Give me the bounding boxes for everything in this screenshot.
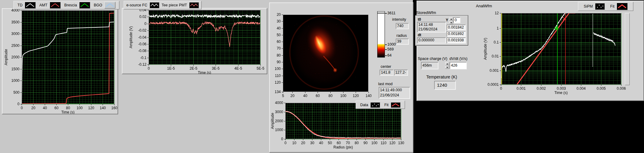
- dvdt-increment-icon[interactable]: [445, 62, 449, 65]
- y-array-label: Y: [446, 18, 448, 22]
- legend-label-fit: Fit: [384, 103, 389, 107]
- analwfm-right-strip: [625, 13, 630, 85]
- y-index-spinner[interactable]: 0: [449, 17, 460, 24]
- t0-label: t0: [418, 17, 421, 22]
- temperature-label: Temperature (K): [426, 75, 457, 79]
- dt-value: 0.000000: [417, 37, 446, 43]
- t0-value: 14:11:48 21/06/2024: [417, 22, 446, 32]
- wfm-array-value-1: 0.001892: [447, 31, 466, 37]
- last-mod-value: 14:11:49.000 21/06/2024: [379, 87, 410, 99]
- intensity-label: intensity: [392, 17, 406, 22]
- wfm-array-value-2: 0.001938: [447, 37, 466, 43]
- sipm-trace-icon[interactable]: [595, 3, 605, 10]
- wfm-array-value-0: 0.001842: [447, 25, 466, 30]
- amt-trace-icon[interactable]: [50, 2, 61, 9]
- colorbar-label-569: 569: [387, 47, 394, 51]
- anal-fit-trace-icon[interactable]: [617, 3, 628, 10]
- dvdt-spinner[interactable]: [445, 62, 449, 69]
- colorbar-max-label: 3611: [387, 11, 396, 15]
- legend-label-bgo: BGO: [94, 3, 102, 7]
- t0-time: 14:11:48: [418, 23, 433, 27]
- last-mod-date: 21/06/2024: [380, 93, 399, 97]
- legend-item-tee-piece-pmt[interactable]: Tee piece PMT: [162, 2, 199, 8]
- dvdt-decrement-icon[interactable]: [445, 65, 449, 69]
- legend-item-fit[interactable]: Fit: [384, 102, 400, 108]
- space-charge-value: 456m: [421, 62, 438, 69]
- legend-item-brescia[interactable]: Brescia: [64, 2, 90, 9]
- fit-trace-icon[interactable]: [391, 102, 400, 108]
- colorbar-label-1000: 1000: [387, 42, 396, 47]
- legend-item-td[interactable]: TD: [17, 2, 36, 9]
- y-index-decrement-icon[interactable]: [449, 21, 453, 24]
- bgo-trace-icon[interactable]: [104, 2, 115, 9]
- fc-pmt-graph-legend: e-source FC Tee piece PMT: [124, 1, 202, 9]
- last-mod-label: last mod: [378, 82, 392, 86]
- intensity-value: 740: [396, 23, 409, 29]
- y-index-value[interactable]: 0: [453, 17, 460, 23]
- radius-value: 39: [396, 39, 409, 44]
- center-x-value: 141.8: [380, 70, 393, 75]
- t0-date: 21/06/2024: [418, 27, 438, 31]
- brescia-trace-icon[interactable]: [79, 2, 90, 9]
- colorbar-tick: [385, 44, 387, 45]
- space-charge-label: Space charge (V): [418, 57, 447, 61]
- colorbar-label-64: 64: [387, 53, 392, 57]
- legend-label-anal-fit: Fit: [610, 4, 614, 9]
- legend-item-amt[interactable]: AMT: [39, 2, 60, 9]
- legend-label-tee-piece-pmt: Tee piece PMT: [162, 3, 187, 7]
- legend-item-anal-fit[interactable]: Fit: [610, 3, 628, 10]
- tee-piece-pmt-trace-icon[interactable]: [189, 2, 199, 8]
- legend-label-amt: AMT: [39, 3, 47, 7]
- legend-item-bgo[interactable]: BGO: [94, 2, 115, 9]
- td-trace-icon[interactable]: [25, 2, 36, 9]
- legend-label-sipm: SiPM: [584, 4, 593, 9]
- analwfm-plot[interactable]: [483, 1, 628, 97]
- legend-label-td: TD: [17, 3, 23, 7]
- colorbar-tick: [385, 13, 387, 14]
- center-label: center: [381, 64, 391, 69]
- colorbar-ramp[interactable]: [377, 13, 385, 57]
- scintillator-graph-plot[interactable]: [2, 9, 118, 114]
- fc-pmt-graph-plot[interactable]: [122, 9, 267, 74]
- scintillator-graph-legend: TD AMT Brescia BGO: [13, 1, 119, 9]
- esource-fc-trace-icon[interactable]: [150, 2, 159, 8]
- dvdt-label: dV/dt (V/s): [449, 57, 467, 61]
- y-index-increment-icon[interactable]: [449, 17, 453, 21]
- data-trace-icon[interactable]: [370, 102, 380, 108]
- analwfm-legend: SiPM Fit: [578, 2, 633, 11]
- colorbar-tick: [385, 55, 387, 56]
- center-y-value: 127.2-: [394, 70, 408, 75]
- legend-label-esource-fc: e-source FC: [126, 3, 147, 7]
- beam-intensity-image[interactable]: [271, 5, 371, 100]
- legend-item-esource-fc[interactable]: e-source FC: [126, 2, 159, 8]
- radius-label: radius: [396, 33, 407, 38]
- legend-label-brescia: Brescia: [64, 3, 77, 7]
- dt-label: dt: [418, 33, 421, 37]
- dvdt-value[interactable]: 426: [450, 62, 466, 69]
- legend-item-sipm[interactable]: SiPM: [584, 3, 605, 10]
- legend-item-data[interactable]: Data: [360, 102, 380, 108]
- storedwfm-cluster: t0 14:11:48 21/06/2024 dt 0.000000 Y 0 0…: [415, 15, 468, 46]
- legend-label-data: Data: [360, 103, 368, 107]
- labview-front-panel: TD AMT Brescia BGO e-source: [0, 0, 644, 153]
- last-mod-time: 14:11:49.000: [380, 88, 402, 92]
- temperature-value: 1240: [434, 81, 456, 89]
- radial-profile-legend: Data Fit: [356, 101, 405, 109]
- storedwfm-title: StoredWfm: [416, 10, 436, 15]
- colorbar-tick: [385, 49, 387, 50]
